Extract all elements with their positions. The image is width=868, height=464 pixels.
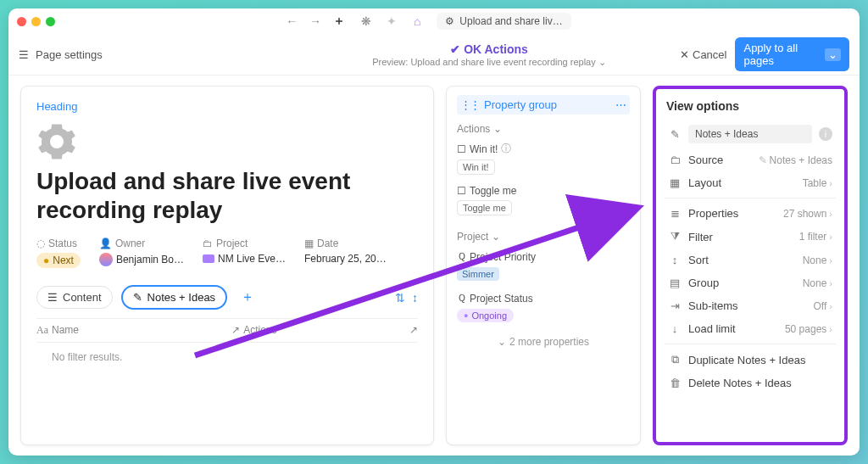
view-load-limit-row[interactable]: ↓ Load limit 50 pages›	[661, 317, 839, 340]
cancel-button[interactable]: ✕ Cancel	[680, 48, 726, 61]
page-editor-card: Heading Upload and share live event reco…	[20, 86, 434, 445]
nav-back-icon[interactable]: ←	[284, 14, 299, 28]
win-it-button[interactable]: Win it!	[457, 159, 495, 175]
tab-title: Upload and share liv…	[459, 15, 562, 27]
column-actions[interactable]: Actions	[243, 324, 276, 337]
info-icon[interactable]: ⓘ	[501, 142, 511, 156]
search-relation-icon: Ｑ	[457, 291, 466, 305]
chevron-right-icon: ›	[829, 324, 832, 334]
project-priority-field: ＱProject Priority	[457, 249, 630, 264]
toggle-me-button[interactable]: Toggle me	[457, 200, 512, 215]
checkbox-icon: ☐	[457, 143, 466, 155]
owner-value[interactable]: Benjamin Bo…	[99, 253, 184, 266]
actions-section[interactable]: Actions⌄	[457, 123, 630, 135]
view-options-panel: View options ✎ Notes + Ideas i 🗀 Source …	[653, 86, 848, 445]
date-value[interactable]: February 25, 20…	[304, 253, 387, 265]
view-filter-row[interactable]: ⧩ Filter 1 filter›	[661, 225, 839, 249]
sort-icon[interactable]: ↕	[412, 291, 418, 305]
minimize-dot[interactable]	[31, 17, 41, 26]
page-gear-icon	[36, 121, 77, 162]
drag-handle-icon[interactable]: ⋮⋮	[460, 98, 479, 111]
window-controls[interactable]	[17, 17, 55, 26]
page-settings-label[interactable]: Page settings	[36, 48, 103, 61]
text-aa-icon: Aa	[36, 324, 48, 337]
project-value[interactable]: NM Live Eve…	[203, 253, 286, 265]
view-layout-row[interactable]: ▦ Layout Table›	[661, 171, 839, 194]
view-subitems-row[interactable]: ⇥ Sub-items Off›	[661, 294, 839, 317]
view-properties-row[interactable]: ≣ Properties 27 shown›	[661, 202, 839, 225]
preview-breadcrumb[interactable]: Preview: Upload and share live event rec…	[307, 57, 671, 68]
chevron-down-icon: ⌄	[498, 336, 506, 348]
checkbox-icon: ☐	[457, 185, 466, 197]
pencil-icon: ✎	[759, 154, 767, 166]
chevron-down-icon: ⌄	[492, 231, 500, 243]
indent-icon: ⇥	[668, 299, 682, 312]
toggle-me-field: ☐Toggle me	[457, 185, 630, 197]
project-section[interactable]: Project⌄	[457, 231, 630, 243]
workspace-icon[interactable]: ❋	[359, 14, 374, 28]
view-group-row[interactable]: ▤ Group None›	[661, 271, 839, 294]
column-name[interactable]: Name	[52, 324, 79, 337]
avatar	[99, 253, 113, 266]
calendar-icon: ▦	[304, 238, 314, 249]
nav-forward-icon[interactable]: →	[308, 14, 323, 28]
view-options-title: View options	[661, 98, 839, 120]
new-tab-icon[interactable]: ＋	[331, 14, 347, 29]
heading-label[interactable]: Heading	[36, 100, 418, 113]
close-dot[interactable]	[17, 17, 26, 26]
property-group-card: ⋮⋮ Property group ⋯ Actions⌄ ☐Win it!ⓘ W…	[446, 86, 641, 445]
zoom-dot[interactable]	[46, 17, 55, 26]
group-icon: ▤	[668, 277, 682, 289]
property-group-header[interactable]: ⋮⋮ Property group ⋯	[457, 95, 630, 115]
project-label: Project	[216, 238, 248, 249]
copy-icon: ⧉	[668, 353, 682, 366]
duplicate-view-row[interactable]: ⧉ Duplicate Notes + Ideas	[661, 348, 839, 372]
edit-icon: ✎	[133, 291, 142, 304]
chevron-right-icon: ›	[829, 232, 832, 242]
gear-icon: ⚙	[445, 15, 454, 27]
status-value[interactable]: Ongoing	[457, 309, 514, 322]
list-icon: ☰	[47, 291, 58, 304]
chevron-down-icon[interactable]: ⌄	[825, 48, 841, 61]
browser-tab[interactable]: ⚙ Upload and share liv…	[437, 13, 570, 30]
chevron-right-icon: ›	[829, 301, 832, 311]
more-properties[interactable]: ⌄2 more properties	[457, 336, 630, 348]
hamburger-icon[interactable]: ☰	[19, 48, 29, 61]
arrow-upright-icon[interactable]: ↗	[394, 324, 418, 337]
status-badge[interactable]: Next	[36, 253, 81, 268]
date-label: Date	[317, 238, 338, 249]
priority-value[interactable]: Simmer	[457, 267, 499, 281]
tab-content[interactable]: ☰Content	[36, 286, 113, 309]
chevron-right-icon: ›	[829, 278, 832, 288]
more-icon[interactable]: ⋯	[615, 98, 626, 111]
project-chip-icon	[203, 254, 214, 263]
add-view-button[interactable]: ＋	[236, 285, 259, 310]
sparkle-icon[interactable]: ✦	[384, 14, 399, 28]
apply-all-button[interactable]: Apply to all pages ⌄	[735, 37, 849, 71]
source-icon: 🗀	[668, 154, 682, 166]
chevron-right-icon: ›	[829, 178, 832, 188]
win-it-field: ☐Win it!ⓘ	[457, 142, 630, 156]
close-icon: ✕	[680, 48, 689, 61]
folder-icon: 🗀	[203, 238, 213, 249]
tab-notes-ideas[interactable]: ✎Notes + Ideas	[121, 285, 228, 310]
download-icon: ↓	[668, 322, 682, 335]
info-icon[interactable]: i	[819, 127, 832, 141]
filter-icon: ⧩	[668, 230, 682, 243]
view-sort-row[interactable]: ↕ Sort None›	[661, 249, 839, 271]
arrow-upright-icon: ↗	[231, 324, 240, 337]
page-title[interactable]: Upload and share live event recording re…	[36, 167, 418, 224]
sort-icon: ↕	[668, 254, 682, 266]
search-relation-icon: Ｑ	[457, 249, 466, 264]
filter-icon[interactable]: ⇅	[395, 291, 405, 305]
view-source-row[interactable]: 🗀 Source ✎Notes + Ideas	[661, 148, 839, 171]
table-icon: ▦	[668, 176, 682, 189]
chevron-right-icon: ›	[829, 209, 832, 219]
status-label: Status	[48, 238, 77, 249]
delete-view-row[interactable]: 🗑 Delete Notes + Ideas	[661, 372, 839, 394]
home-icon[interactable]: ⌂	[409, 14, 425, 28]
trash-icon: 🗑	[668, 377, 682, 389]
list-icon: ≣	[668, 207, 682, 220]
view-name-input[interactable]: Notes + Ideas	[688, 125, 812, 143]
chevron-down-icon: ⌄	[493, 123, 502, 135]
